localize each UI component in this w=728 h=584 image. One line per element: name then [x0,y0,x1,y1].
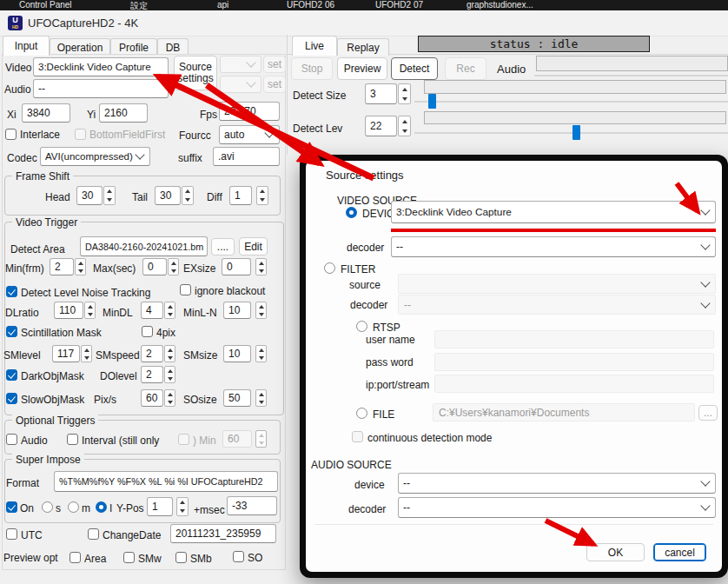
spin-down-button[interactable] [182,196,193,204]
min-frm-field[interactable]: 2 [50,258,74,275]
device-decoder-select[interactable]: -- [391,236,716,257]
spin-up-button[interactable] [165,390,175,398]
smspeed-spinner[interactable] [164,345,175,362]
format-field[interactable]: %T%M%f%Y %F%X %L %i %I UFOCaptureHD2 [54,471,278,492]
diff-spinner[interactable] [256,186,268,205]
spin-up-button[interactable] [399,84,410,94]
spin-up-button[interactable] [165,367,175,375]
spin-up-button[interactable] [165,346,175,354]
spin-down-button[interactable] [76,267,85,275]
detect-size-slider-thumb[interactable] [428,94,436,109]
dlratio-spinner[interactable] [84,302,96,319]
so-checkbox[interactable] [233,551,244,562]
changedate-field[interactable]: 20111231_235959 [170,524,276,543]
4pix-checkbox[interactable] [142,326,153,337]
head-spinner[interactable] [103,186,116,205]
spin-down-button[interactable] [165,398,175,406]
spin-down-button[interactable] [169,267,178,275]
dolevel-spinner[interactable] [164,366,175,383]
smlevel-spinner[interactable] [81,345,92,362]
spin-down-button[interactable] [399,94,410,103]
spin-down-button[interactable] [165,375,175,382]
pixs-spinner[interactable] [164,389,175,407]
tab-profile[interactable]: Profile [110,38,157,56]
max-sec-field[interactable]: 0 [142,258,167,275]
sosize-spinner[interactable] [255,389,267,407]
filter-radio[interactable] [324,262,335,274]
taskbar-item-ufohd2-07[interactable]: UFOHD2 07 [375,0,423,10]
spin-up-button[interactable] [169,259,178,267]
pixs-field[interactable]: 60 [141,389,163,407]
spin-up-button[interactable] [85,302,95,310]
superimpose-s-radio[interactable] [42,501,53,513]
interval-checkbox[interactable] [67,434,78,445]
msec-field[interactable]: -33 [227,496,277,515]
spin-up-button[interactable] [257,187,268,196]
spin-down-button[interactable] [165,354,175,362]
tab-db[interactable]: DB [157,38,189,56]
spin-down-button[interactable] [256,398,266,406]
superimpose-m-radio[interactable] [68,501,79,513]
spin-down-button[interactable] [399,126,410,136]
audio-device-select[interactable]: -- [398,473,716,494]
spin-up-button[interactable] [104,187,115,196]
sosize-field[interactable]: 50 [223,389,251,407]
smb-checkbox[interactable] [175,552,187,563]
codec-select[interactable]: AVI(uncompressed) [40,147,150,166]
spin-up-button[interactable] [165,302,175,310]
device-radio[interactable] [346,207,357,218]
fourcc-select[interactable]: auto [219,125,280,144]
smsize-field[interactable]: 10 [223,345,251,362]
scintillation-mask-checkbox[interactable] [6,326,17,337]
ok-button[interactable]: OK [586,543,645,561]
spin-down-button[interactable] [82,354,91,362]
tail-spinner[interactable] [182,186,194,205]
detect-size-slider[interactable] [414,101,728,103]
detect-area-field[interactable]: DA3840-2160-20241021.bm [80,236,208,256]
audio-trigger-checkbox[interactable] [6,434,17,445]
detect-lev-spinner[interactable] [398,116,411,136]
smsize-spinner[interactable] [255,345,267,362]
source-settings-button[interactable]: Source settings [174,56,217,90]
detect-level-noise-tracking-checkbox[interactable] [6,286,17,297]
mindl-field[interactable]: 4 [141,302,163,319]
mindl-spinner[interactable] [164,302,175,319]
ignore-blackout-checkbox[interactable] [180,284,191,295]
fps-field[interactable]: 29.970 [219,102,280,121]
spin-up-button[interactable] [177,498,188,507]
spin-up-button[interactable] [82,346,91,354]
tab-input[interactable]: Input [3,36,50,56]
exsize-spinner[interactable] [255,258,267,275]
tab-operation[interactable]: Operation [50,38,110,56]
changedate-checkbox[interactable] [88,528,99,540]
detect-area-browse-button[interactable]: .... [211,238,235,256]
dlratio-field[interactable]: 110 [54,302,83,319]
detect-lev-slider-thumb[interactable] [572,125,580,140]
spin-up-button[interactable] [256,302,266,310]
spin-down-button[interactable] [104,196,115,204]
smlevel-field[interactable]: 117 [52,345,80,362]
tail-field[interactable]: 30 [155,186,181,205]
superimpose-i-radio[interactable] [96,501,107,513]
spin-up-button[interactable] [256,259,266,267]
slowobjmask-checkbox[interactable] [6,393,17,404]
ypos-field[interactable]: 1 [147,497,173,516]
tab-replay[interactable]: Replay [337,38,389,56]
file-browse-button[interactable]: ... [698,405,718,421]
taskbar-item-ufohd2-06[interactable]: UFOHD2 06 [287,0,334,10]
smw-checkbox[interactable] [123,552,135,563]
taskbar-item-graphstudionext[interactable]: graphstudionex... [467,0,533,10]
spin-down-button[interactable] [85,310,95,318]
tab-live[interactable]: Live [292,36,337,56]
detect-button[interactable]: Detect [391,57,438,80]
minln-field[interactable]: 10 [223,302,251,319]
detect-area-edit-button[interactable]: Edit [239,237,268,256]
max-sec-spinner[interactable] [168,258,179,275]
device-select[interactable]: 3:Decklink Video Capture [391,201,716,223]
smspeed-field[interactable]: 2 [141,345,163,362]
utc-checkbox[interactable] [6,528,17,540]
taskbar-item-control-panel[interactable]: Control Panel [19,0,72,10]
dolevel-field[interactable]: 2 [141,366,163,383]
cancel-button[interactable]: cancel [653,543,706,561]
spin-down-button[interactable] [256,267,266,275]
